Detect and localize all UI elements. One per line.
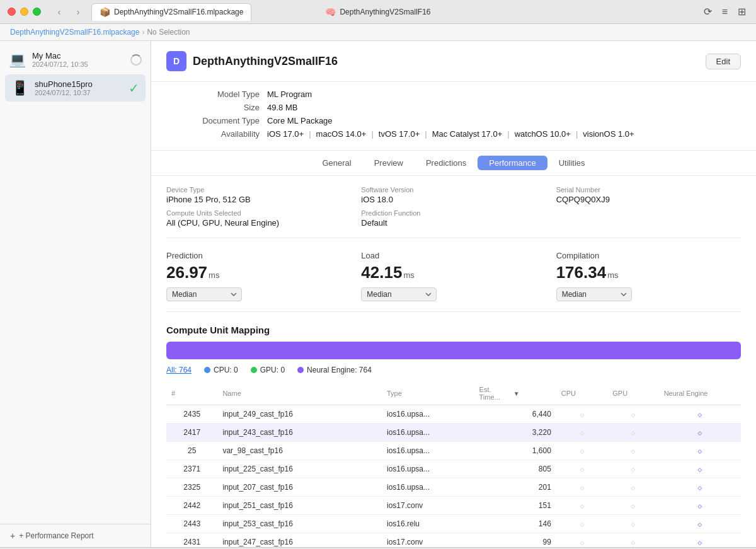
active-tab[interactable]: 📦 DepthAnythingV2SmallF16.mlpackage (91, 3, 251, 21)
sidebar-toggle-button[interactable]: ⊞ (735, 4, 748, 19)
legend-cpu[interactable]: CPU: 0 (204, 366, 238, 374)
ne-indicator: ⬦ (697, 445, 703, 456)
sidebar: 💻 My Mac 2024/07/12, 10:35 📱 shuPhone15p… (0, 41, 151, 547)
table-row[interactable]: 2371 input_225_cast_fp16 ios16.upsa... 8… (166, 460, 741, 478)
metric-compilation-select[interactable]: MedianMeanMinMax (556, 287, 632, 301)
window-title: 🧠 DepthAnythingV2SmallF16 (325, 7, 430, 17)
toolbar-actions: ⟳ ≡ ⊞ (701, 4, 748, 19)
cell-type: ios17.conv (382, 497, 474, 515)
refresh-button[interactable]: ⟳ (701, 4, 714, 19)
add-performance-report[interactable]: + + Performance Report (0, 524, 151, 547)
close-button[interactable] (8, 8, 16, 16)
cell-cpu: ⬦ (556, 533, 607, 548)
cell-est-time: 201 (474, 478, 556, 497)
cpu-indicator: ⬦ (579, 482, 585, 492)
detail-serial-number-value: CQPQ9Q0XJ9 (556, 195, 741, 204)
th-neural-engine[interactable]: Neural Engine (659, 382, 741, 405)
table-row[interactable]: 2435 input_249_cast_fp16 ios16.upsa... 6… (166, 405, 741, 424)
table-row[interactable]: 2417 input_243_cast_fp16 ios16.upsa... 3… (166, 424, 741, 442)
cell-type: ios16.upsa... (382, 405, 474, 424)
phone-icon: 📱 (11, 80, 28, 96)
breadcrumb-item-1[interactable]: DepthAnythingV2SmallF16.mlpackage (10, 28, 139, 37)
cell-neural-engine: ⬦ (659, 478, 741, 497)
detail-prediction-function-value: Default (361, 218, 546, 228)
tab-utilities[interactable]: Utilities (547, 156, 597, 170)
gpu-indicator: ⬦ (630, 445, 636, 456)
tab-predictions[interactable]: Predictions (415, 156, 478, 170)
metric-load-select[interactable]: MedianMeanMinMax (361, 287, 437, 301)
cell-neural-engine: ⬦ (659, 424, 741, 442)
menu-button[interactable]: ≡ (719, 4, 730, 19)
th-cpu[interactable]: CPU (556, 382, 607, 405)
edit-button[interactable]: Edit (706, 54, 741, 69)
th-num[interactable]: # (166, 382, 217, 405)
detail-compute-units: Compute Units Selected All (CPU, GPU, Ne… (166, 209, 351, 228)
table-row[interactable]: 2442 input_251_cast_fp16 ios17.conv 151 … (166, 497, 741, 515)
table-row[interactable]: 25 var_98_cast_fp16 ios16.upsa... 1,600 … (166, 442, 741, 460)
meta-doc-type-value: Core ML Package (267, 116, 333, 125)
cell-est-time: 1,600 (474, 442, 556, 460)
model-metadata: Model Type ML Program Size 49.8 MB Docum… (151, 82, 756, 151)
metric-prediction-value: 26.97 ms (166, 263, 351, 282)
cpu-indicator: ⬦ (579, 445, 585, 456)
legend-gpu-dot (251, 367, 257, 373)
legend-ne-dot (297, 367, 304, 373)
tab-performance[interactable]: Performance (478, 156, 547, 170)
maximize-button[interactable] (33, 8, 41, 16)
table-body: 2435 input_249_cast_fp16 ios16.upsa... 6… (166, 405, 741, 548)
th-name[interactable]: Name (217, 382, 382, 405)
cell-gpu: ⬦ (607, 460, 658, 478)
legend-gpu[interactable]: GPU: 0 (251, 366, 285, 374)
detail-serial-number-label: Serial Number (556, 186, 741, 194)
legend-gpu-label: GPU: 0 (260, 366, 285, 374)
operations-table: # Name Type Est. Time... ▼ CPU GPU Neura… (166, 382, 741, 547)
cell-name: var_98_cast_fp16 (217, 442, 382, 460)
table-row[interactable]: 2443 input_253_cast_fp16 ios16.relu 146 … (166, 515, 741, 533)
detail-device-type: Device Type iPhone 15 Pro, 512 GB (166, 186, 351, 204)
meta-size: Size 49.8 MB (166, 103, 741, 112)
legend-neural-engine[interactable]: Neural Engine: 764 (297, 366, 372, 374)
detail-software-version-value: iOS 18.0 (361, 195, 546, 204)
model-logo-text: D (173, 56, 180, 66)
compute-unit-bar (166, 342, 741, 359)
legend-all[interactable]: All: 764 (166, 366, 192, 374)
detail-prediction-function-label: Prediction Function (361, 209, 546, 217)
cell-num: 2443 (166, 515, 217, 533)
nav-buttons: ‹ › (51, 6, 86, 18)
avail-macos: macOS 14.0+ (316, 129, 367, 139)
cell-est-time: 99 (474, 533, 556, 548)
cell-est-time: 3,220 (474, 424, 556, 442)
cell-cpu: ⬦ (556, 405, 607, 424)
cell-type: ios16.relu (382, 515, 474, 533)
cell-num: 2371 (166, 460, 217, 478)
tab-preview[interactable]: Preview (363, 156, 415, 170)
detail-software-version: Software Version iOS 18.0 (361, 186, 546, 204)
cell-gpu: ⬦ (607, 533, 658, 548)
minimize-button[interactable] (20, 8, 28, 16)
meta-doc-type-label: Document Type (166, 116, 267, 125)
gpu-indicator: ⬦ (630, 500, 636, 511)
sidebar-item-shuphone[interactable]: 📱 shuPhone15pro 2024/07/12, 10:37 ✓ (5, 74, 146, 101)
sidebar-item-my-mac[interactable]: 💻 My Mac 2024/07/12, 10:35 (0, 46, 151, 73)
th-gpu[interactable]: GPU (607, 382, 658, 405)
cell-neural-engine: ⬦ (659, 460, 741, 478)
gpu-indicator: ⬦ (630, 536, 636, 547)
table-row[interactable]: 2431 input_247_cast_fp16 ios17.conv 99 ⬦… (166, 533, 741, 548)
table-row[interactable]: 2325 input_207_cast_fp16 ios16.upsa... 2… (166, 478, 741, 497)
metric-prediction-select[interactable]: MedianMeanMinMax (166, 287, 242, 301)
mac-date: 2024/07/12, 10:35 (32, 61, 124, 68)
forward-button[interactable]: › (70, 6, 86, 18)
device-details: Device Type iPhone 15 Pro, 512 GB Softwa… (166, 186, 741, 238)
cell-est-time: 146 (474, 515, 556, 533)
th-est-time[interactable]: Est. Time... ▼ (474, 382, 525, 405)
th-type[interactable]: Type (382, 382, 474, 405)
legend-all-label: All: 764 (166, 366, 192, 374)
metric-load-select-wrapper: MedianMeanMinMax (361, 287, 546, 301)
cell-neural-engine: ⬦ (659, 442, 741, 460)
metric-compilation-label: Compilation (556, 251, 741, 260)
back-button[interactable]: ‹ (51, 6, 67, 18)
mac-icon: 💻 (9, 52, 26, 68)
sidebar-device-list: 💻 My Mac 2024/07/12, 10:35 📱 shuPhone15p… (0, 41, 151, 524)
tab-general[interactable]: General (311, 156, 362, 170)
detail-prediction-function: Prediction Function Default (361, 209, 546, 228)
